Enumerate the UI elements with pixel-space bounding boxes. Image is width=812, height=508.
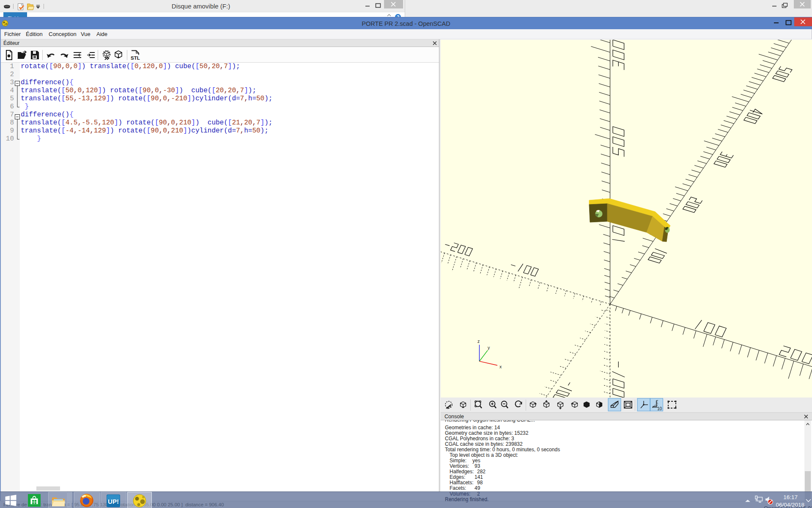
svg-text:STL: STL <box>131 55 140 61</box>
svg-text:10: 10 <box>657 406 662 411</box>
svg-text:06/04/2018: 06/04/2018 <box>776 502 804 508</box>
svg-text:z: z <box>477 339 480 344</box>
svg-text:16:17: 16:17 <box>783 494 798 500</box>
svg-text:x: x <box>499 364 502 369</box>
svg-text:y: y <box>488 345 490 350</box>
svg-text:UP!: UP! <box>108 498 119 505</box>
